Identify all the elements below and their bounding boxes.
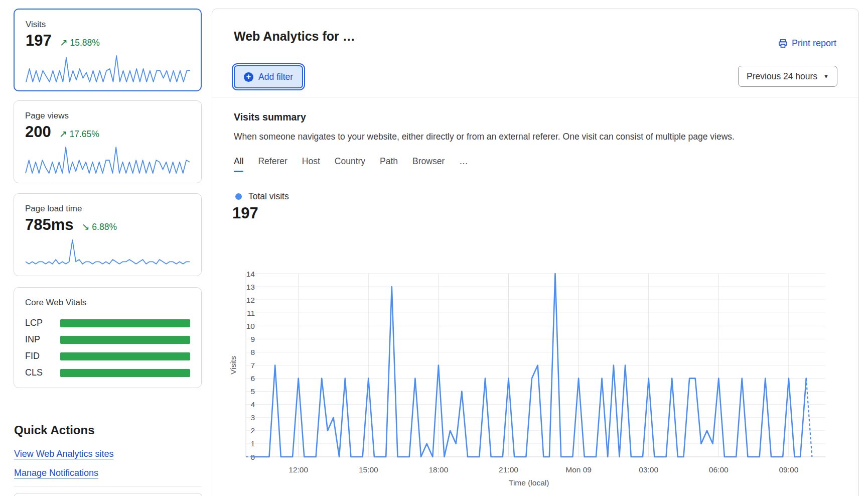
cwv-row-lcp: LCP bbox=[25, 315, 190, 331]
print-report-label: Print report bbox=[792, 38, 836, 49]
metric-card-title: Page views bbox=[25, 111, 190, 121]
tab-all[interactable]: All bbox=[234, 156, 243, 172]
y-tick-label: 9 bbox=[250, 335, 255, 343]
tab-referer[interactable]: Referer bbox=[258, 156, 287, 172]
metric-card-page-views[interactable]: Page views 200 ↗ 17.65% bbox=[14, 100, 202, 183]
core-web-vitals-card[interactable]: Core Web Vitals LCP INP FID CLS bbox=[14, 287, 202, 388]
page-views-sparkline bbox=[25, 146, 190, 174]
metric-value: 785ms bbox=[25, 216, 74, 234]
y-tick-label: 3 bbox=[250, 413, 255, 422]
y-tick-label: 6 bbox=[250, 374, 255, 383]
chevron-down-icon: ▼ bbox=[823, 73, 829, 79]
view-web-analytics-sites-link[interactable]: View Web Analytics sites bbox=[14, 449, 113, 459]
metric-delta: ↗ 17.65% bbox=[59, 128, 99, 140]
cwv-label: LCP bbox=[25, 318, 60, 328]
cwv-bar-good bbox=[60, 352, 190, 360]
tab-path[interactable]: Path bbox=[380, 156, 398, 172]
cwv-label: INP bbox=[25, 334, 60, 345]
y-tick-label: 11 bbox=[247, 309, 255, 317]
page-title: Web Analytics for … bbox=[234, 29, 355, 44]
dimension-tabs: All Referer Host Country Path Browser … bbox=[234, 156, 468, 172]
legend-dot-icon bbox=[235, 193, 242, 200]
metric-delta: ↗ 15.88% bbox=[60, 37, 100, 48]
metric-card-title: Visits bbox=[26, 20, 190, 30]
visits-sparkline bbox=[26, 54, 191, 83]
cwv-row-inp: INP bbox=[25, 331, 190, 348]
trend-down-icon: ↘ bbox=[82, 221, 90, 232]
cwv-bar-good bbox=[60, 336, 190, 344]
time-range-value: Previous 24 hours bbox=[747, 71, 817, 82]
x-tick-label: 18:00 bbox=[428, 465, 448, 474]
tab-more-ellipsis[interactable]: … bbox=[459, 156, 468, 172]
x-tick-label: 03:00 bbox=[639, 465, 658, 474]
metric-value: 200 bbox=[25, 123, 51, 141]
visits-line-chart: 0123456789101112131412:0015:0018:0021:00… bbox=[216, 261, 838, 494]
tab-host[interactable]: Host bbox=[302, 156, 320, 172]
printer-icon bbox=[778, 39, 788, 48]
time-range-dropdown[interactable]: Previous 24 hours ▼ bbox=[738, 66, 837, 87]
x-tick-label: 06:00 bbox=[709, 465, 729, 474]
metric-card-page-load-time[interactable]: Page load time 785ms ↘ 6.88% bbox=[14, 193, 202, 276]
tab-country[interactable]: Country bbox=[335, 156, 365, 172]
metric-delta: ↘ 6.88% bbox=[82, 221, 117, 232]
core-web-vitals-title: Core Web Vitals bbox=[25, 298, 190, 308]
next-card-top-edge bbox=[14, 493, 203, 496]
cwv-bar-good bbox=[60, 319, 190, 327]
y-tick-label: 12 bbox=[246, 296, 255, 304]
plus-circle-icon: + bbox=[244, 72, 253, 82]
y-axis-title: Visits bbox=[229, 356, 237, 375]
y-tick-label: 4 bbox=[250, 400, 255, 409]
cwv-row-fid: FID bbox=[25, 348, 190, 364]
cwv-label: FID bbox=[25, 351, 60, 361]
tab-browser[interactable]: Browser bbox=[412, 156, 445, 172]
manage-notifications-link[interactable]: Manage Notifications bbox=[14, 468, 98, 478]
x-tick-label: Mon 09 bbox=[565, 465, 592, 474]
metric-card-title: Page load time bbox=[25, 204, 190, 214]
y-tick-label: 2 bbox=[250, 426, 255, 435]
y-tick-label: 7 bbox=[250, 361, 255, 369]
total-visits-value: 197 bbox=[232, 204, 258, 222]
trend-up-icon: ↗ bbox=[59, 129, 67, 139]
visits-summary-description: When someone navigates to your website, … bbox=[234, 132, 786, 142]
divider bbox=[14, 486, 202, 486]
print-report-button[interactable]: Print report bbox=[778, 38, 836, 49]
quick-actions-heading: Quick Actions bbox=[14, 423, 94, 437]
add-filter-label: Add filter bbox=[258, 72, 293, 82]
y-tick-label: 14 bbox=[246, 270, 255, 278]
y-tick-label: 1 bbox=[250, 439, 255, 448]
y-tick-label: 13 bbox=[246, 283, 255, 291]
y-tick-label: 8 bbox=[250, 348, 255, 356]
x-tick-label: 15:00 bbox=[359, 465, 378, 474]
divider bbox=[212, 97, 858, 97]
visits-summary-heading: Visits summary bbox=[234, 111, 306, 123]
cwv-bar-good bbox=[60, 369, 190, 377]
trend-up-icon: ↗ bbox=[60, 37, 68, 48]
x-axis-title: Time (local) bbox=[509, 478, 549, 487]
legend-label: Total visits bbox=[248, 191, 289, 202]
x-tick-label: 12:00 bbox=[288, 465, 308, 474]
cwv-row-cls: CLS bbox=[25, 364, 190, 381]
y-tick-label: 10 bbox=[246, 322, 255, 330]
metric-value: 197 bbox=[26, 32, 52, 50]
metric-card-visits[interactable]: Visits 197 ↗ 15.88% bbox=[14, 9, 202, 91]
x-tick-label: 09:00 bbox=[779, 465, 798, 474]
chart-legend: Total visits bbox=[235, 191, 289, 202]
cwv-label: CLS bbox=[25, 367, 60, 378]
y-tick-label: 5 bbox=[250, 387, 255, 396]
page-load-time-sparkline bbox=[25, 238, 190, 267]
add-filter-button[interactable]: + Add filter bbox=[234, 65, 303, 88]
x-tick-label: 21:00 bbox=[499, 465, 518, 474]
